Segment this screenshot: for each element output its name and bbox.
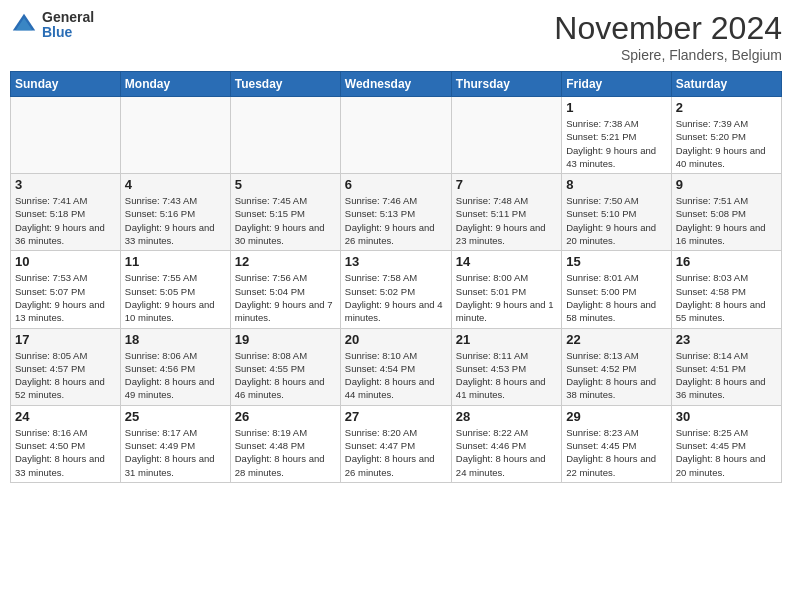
logo-general-text: General [42,10,94,25]
day-info: Sunrise: 7:48 AM Sunset: 5:11 PM Dayligh… [456,194,557,247]
calendar-cell: 3Sunrise: 7:41 AM Sunset: 5:18 PM Daylig… [11,174,121,251]
logo-text: General Blue [42,10,94,41]
calendar: Sunday Monday Tuesday Wednesday Thursday… [10,71,782,483]
day-info: Sunrise: 7:56 AM Sunset: 5:04 PM Dayligh… [235,271,336,324]
days-of-week-row: Sunday Monday Tuesday Wednesday Thursday… [11,72,782,97]
col-tuesday: Tuesday [230,72,340,97]
day-number: 16 [676,254,777,269]
day-info: Sunrise: 8:11 AM Sunset: 4:53 PM Dayligh… [456,349,557,402]
calendar-cell [340,97,451,174]
day-info: Sunrise: 8:00 AM Sunset: 5:01 PM Dayligh… [456,271,557,324]
calendar-cell: 17Sunrise: 8:05 AM Sunset: 4:57 PM Dayli… [11,328,121,405]
logo-blue-text: Blue [42,25,94,40]
calendar-cell: 25Sunrise: 8:17 AM Sunset: 4:49 PM Dayli… [120,405,230,482]
day-number: 20 [345,332,447,347]
calendar-cell: 27Sunrise: 8:20 AM Sunset: 4:47 PM Dayli… [340,405,451,482]
day-info: Sunrise: 7:50 AM Sunset: 5:10 PM Dayligh… [566,194,666,247]
day-info: Sunrise: 8:03 AM Sunset: 4:58 PM Dayligh… [676,271,777,324]
day-info: Sunrise: 7:58 AM Sunset: 5:02 PM Dayligh… [345,271,447,324]
day-number: 15 [566,254,666,269]
day-number: 12 [235,254,336,269]
calendar-cell: 5Sunrise: 7:45 AM Sunset: 5:15 PM Daylig… [230,174,340,251]
calendar-cell [11,97,121,174]
day-info: Sunrise: 7:39 AM Sunset: 5:20 PM Dayligh… [676,117,777,170]
calendar-cell: 29Sunrise: 8:23 AM Sunset: 4:45 PM Dayli… [562,405,671,482]
day-number: 24 [15,409,116,424]
col-saturday: Saturday [671,72,781,97]
day-number: 2 [676,100,777,115]
day-number: 8 [566,177,666,192]
day-number: 9 [676,177,777,192]
calendar-cell: 26Sunrise: 8:19 AM Sunset: 4:48 PM Dayli… [230,405,340,482]
title-block: November 2024 Spiere, Flanders, Belgium [554,10,782,63]
day-number: 4 [125,177,226,192]
location: Spiere, Flanders, Belgium [554,47,782,63]
calendar-cell: 30Sunrise: 8:25 AM Sunset: 4:45 PM Dayli… [671,405,781,482]
calendar-cell [120,97,230,174]
day-number: 17 [15,332,116,347]
day-info: Sunrise: 7:55 AM Sunset: 5:05 PM Dayligh… [125,271,226,324]
calendar-cell: 16Sunrise: 8:03 AM Sunset: 4:58 PM Dayli… [671,251,781,328]
calendar-header: Sunday Monday Tuesday Wednesday Thursday… [11,72,782,97]
calendar-cell [230,97,340,174]
day-info: Sunrise: 7:43 AM Sunset: 5:16 PM Dayligh… [125,194,226,247]
day-number: 1 [566,100,666,115]
day-info: Sunrise: 7:38 AM Sunset: 5:21 PM Dayligh… [566,117,666,170]
day-number: 21 [456,332,557,347]
calendar-cell: 18Sunrise: 8:06 AM Sunset: 4:56 PM Dayli… [120,328,230,405]
day-info: Sunrise: 7:41 AM Sunset: 5:18 PM Dayligh… [15,194,116,247]
day-number: 14 [456,254,557,269]
day-info: Sunrise: 7:53 AM Sunset: 5:07 PM Dayligh… [15,271,116,324]
day-info: Sunrise: 8:13 AM Sunset: 4:52 PM Dayligh… [566,349,666,402]
day-number: 10 [15,254,116,269]
page: General Blue November 2024 Spiere, Fland… [0,0,792,612]
day-info: Sunrise: 8:10 AM Sunset: 4:54 PM Dayligh… [345,349,447,402]
day-number: 22 [566,332,666,347]
week-row-3: 10Sunrise: 7:53 AM Sunset: 5:07 PM Dayli… [11,251,782,328]
day-info: Sunrise: 8:17 AM Sunset: 4:49 PM Dayligh… [125,426,226,479]
col-monday: Monday [120,72,230,97]
day-number: 30 [676,409,777,424]
week-row-2: 3Sunrise: 7:41 AM Sunset: 5:18 PM Daylig… [11,174,782,251]
day-number: 6 [345,177,447,192]
day-info: Sunrise: 8:05 AM Sunset: 4:57 PM Dayligh… [15,349,116,402]
calendar-cell: 23Sunrise: 8:14 AM Sunset: 4:51 PM Dayli… [671,328,781,405]
logo-icon [10,11,38,39]
day-info: Sunrise: 8:01 AM Sunset: 5:00 PM Dayligh… [566,271,666,324]
col-thursday: Thursday [451,72,561,97]
day-number: 5 [235,177,336,192]
calendar-cell: 14Sunrise: 8:00 AM Sunset: 5:01 PM Dayli… [451,251,561,328]
calendar-cell [451,97,561,174]
day-info: Sunrise: 8:19 AM Sunset: 4:48 PM Dayligh… [235,426,336,479]
day-number: 7 [456,177,557,192]
calendar-cell: 21Sunrise: 8:11 AM Sunset: 4:53 PM Dayli… [451,328,561,405]
day-number: 19 [235,332,336,347]
day-info: Sunrise: 8:23 AM Sunset: 4:45 PM Dayligh… [566,426,666,479]
col-wednesday: Wednesday [340,72,451,97]
calendar-cell: 12Sunrise: 7:56 AM Sunset: 5:04 PM Dayli… [230,251,340,328]
day-info: Sunrise: 8:06 AM Sunset: 4:56 PM Dayligh… [125,349,226,402]
calendar-cell: 4Sunrise: 7:43 AM Sunset: 5:16 PM Daylig… [120,174,230,251]
calendar-cell: 10Sunrise: 7:53 AM Sunset: 5:07 PM Dayli… [11,251,121,328]
calendar-cell: 24Sunrise: 8:16 AM Sunset: 4:50 PM Dayli… [11,405,121,482]
week-row-4: 17Sunrise: 8:05 AM Sunset: 4:57 PM Dayli… [11,328,782,405]
logo: General Blue [10,10,94,41]
calendar-cell: 13Sunrise: 7:58 AM Sunset: 5:02 PM Dayli… [340,251,451,328]
day-info: Sunrise: 8:14 AM Sunset: 4:51 PM Dayligh… [676,349,777,402]
month-title: November 2024 [554,10,782,47]
day-number: 3 [15,177,116,192]
day-info: Sunrise: 7:45 AM Sunset: 5:15 PM Dayligh… [235,194,336,247]
week-row-1: 1Sunrise: 7:38 AM Sunset: 5:21 PM Daylig… [11,97,782,174]
day-number: 27 [345,409,447,424]
calendar-body: 1Sunrise: 7:38 AM Sunset: 5:21 PM Daylig… [11,97,782,483]
calendar-cell: 9Sunrise: 7:51 AM Sunset: 5:08 PM Daylig… [671,174,781,251]
day-info: Sunrise: 7:46 AM Sunset: 5:13 PM Dayligh… [345,194,447,247]
calendar-cell: 15Sunrise: 8:01 AM Sunset: 5:00 PM Dayli… [562,251,671,328]
day-number: 28 [456,409,557,424]
day-number: 18 [125,332,226,347]
day-info: Sunrise: 8:08 AM Sunset: 4:55 PM Dayligh… [235,349,336,402]
calendar-cell: 19Sunrise: 8:08 AM Sunset: 4:55 PM Dayli… [230,328,340,405]
col-sunday: Sunday [11,72,121,97]
calendar-cell: 6Sunrise: 7:46 AM Sunset: 5:13 PM Daylig… [340,174,451,251]
day-info: Sunrise: 8:25 AM Sunset: 4:45 PM Dayligh… [676,426,777,479]
